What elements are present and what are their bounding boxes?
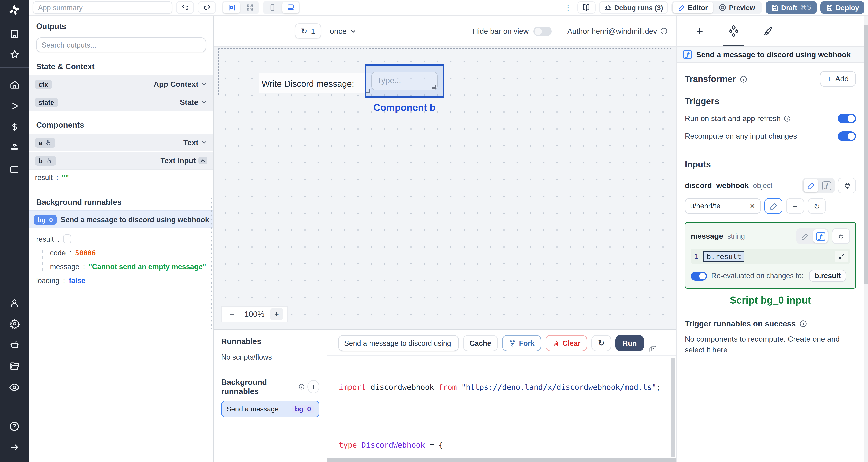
add-background-runnable-button[interactable]: + [308, 380, 319, 393]
debug-runs-button[interactable]: Debug runs (3) [599, 1, 668, 14]
output-row-state[interactable]: state State [29, 93, 213, 111]
tab-component-settings[interactable] [717, 16, 750, 46]
discord-webhook-field: discord_webhook object ƒ [685, 178, 856, 193]
editor-tab[interactable]: Editor [673, 2, 713, 13]
eval-mode-button[interactable]: ƒ [813, 230, 828, 243]
connect-plug-button[interactable] [832, 228, 850, 244]
recompute-toggle[interactable] [838, 131, 856, 141]
run-on-start-toggle[interactable] [838, 114, 856, 124]
component-row-a[interactable]: a Text [29, 133, 213, 151]
clear-resource-icon[interactable]: ✕ [750, 203, 755, 209]
redo-button[interactable] [198, 1, 216, 14]
tab-add-component[interactable]: + [683, 16, 717, 46]
favorites-star-icon[interactable] [0, 47, 29, 62]
reeval-target[interactable]: b.result [809, 270, 846, 282]
resource-input[interactable]: u/henri/te... ✕ [685, 198, 761, 214]
workspace-icon[interactable] [0, 26, 29, 41]
settings-gear-icon[interactable] [0, 316, 29, 331]
add-resource-button[interactable]: + [786, 198, 804, 214]
app-canvas[interactable]: Write Discord message: Type... Component… [214, 46, 676, 329]
static-edit-mode-button[interactable] [798, 230, 812, 243]
draft-button[interactable]: Draft ⌘S [765, 1, 816, 14]
connect-plug-button[interactable] [838, 178, 856, 193]
bg0-loading-value: false [69, 276, 85, 285]
bg0-name: Send a message to discord using webhook [61, 216, 209, 224]
search-outputs-input[interactable]: Search outputs... [36, 37, 206, 53]
user-icon[interactable] [0, 295, 29, 310]
text-input-component[interactable]: Type... [371, 72, 438, 90]
component-row-b[interactable]: b Text Input [29, 151, 213, 169]
expression-editor[interactable]: 1 b.result [691, 249, 850, 264]
copy-code-icon[interactable] [649, 345, 657, 353]
refresh-count-button[interactable]: ↻ 1 [295, 24, 321, 38]
bg0-code-value: 50006 [75, 249, 96, 257]
schedule-dropdown[interactable]: once [330, 27, 357, 36]
bg0-card-badge: bg_0 [292, 405, 314, 413]
audit-eye-icon[interactable] [0, 380, 29, 395]
code-editor[interactable]: import discordwebhook from "https://deno… [327, 356, 676, 462]
schedules-icon[interactable] [0, 161, 29, 176]
deploy-button[interactable]: Deploy [820, 1, 864, 14]
panel-resize-handle[interactable] [211, 196, 213, 329]
code-line [339, 411, 676, 421]
grid-container[interactable]: Write Discord message: [218, 48, 672, 95]
resize-handle[interactable] [432, 85, 436, 89]
bg0-runnable-row[interactable]: bg_0 Send a message to discord using web… [29, 210, 213, 228]
line-number: 1 [694, 252, 699, 261]
trigger-recompute-row: Recompute on any input changes [685, 131, 856, 141]
zoom-in-button[interactable]: + [270, 308, 283, 321]
edit-resource-button[interactable] [764, 198, 782, 214]
hide-bar-toggle[interactable] [533, 26, 552, 36]
resources-icon[interactable] [0, 140, 29, 156]
eval-mode-button[interactable]: ƒ [819, 179, 834, 192]
static-edit-mode-button[interactable] [804, 179, 818, 192]
resource-value: u/henri/te... [690, 202, 726, 210]
clear-label: Clear [562, 339, 581, 348]
home-icon[interactable] [0, 77, 29, 92]
run-button[interactable]: Run [615, 335, 644, 351]
docs-book-button[interactable] [578, 1, 595, 14]
expand-editor-icon[interactable] [835, 251, 848, 262]
center-align-button[interactable] [223, 2, 240, 13]
app-summary-input[interactable]: App summary [33, 1, 173, 14]
result-key: result [35, 173, 53, 182]
script-name-input[interactable]: Send a message to discord using [338, 335, 459, 351]
code-horizontal-scrollbar[interactable] [327, 458, 676, 462]
b-result-row[interactable]: result:"" [29, 169, 213, 186]
refresh-script-button[interactable]: ↻ [591, 335, 611, 351]
bg0-runnable-card[interactable]: Send a message... bg_0 [221, 401, 319, 418]
folders-icon[interactable] [0, 358, 29, 373]
preview-tab[interactable]: Preview [713, 2, 761, 13]
runnables-title: Runnables [221, 337, 319, 346]
reeval-toggle[interactable] [691, 271, 707, 280]
canvas-toolbar: ↻ 1 once Hide bar on view Author henri@w… [214, 16, 676, 46]
ctx-badge: ctx [35, 79, 52, 89]
collapse-arrow-icon[interactable] [0, 440, 29, 455]
tab-styling[interactable] [750, 16, 784, 46]
clear-button[interactable]: Clear [546, 335, 587, 351]
collapse-toggle[interactable]: - [63, 234, 71, 243]
fork-button[interactable]: Fork [502, 335, 541, 351]
undo-button[interactable] [176, 1, 194, 14]
windmill-logo-icon[interactable] [8, 4, 21, 17]
runs-icon[interactable] [0, 98, 29, 113]
desktop-view-button[interactable] [282, 2, 299, 13]
editor-tab-label: Editor [688, 4, 708, 11]
mobile-view-button[interactable] [264, 2, 281, 13]
workers-robot-icon[interactable] [0, 337, 29, 352]
code-vertical-scrollbar[interactable] [671, 358, 675, 457]
variables-icon[interactable] [0, 119, 29, 134]
output-row-ctx[interactable]: ctx App Context [29, 75, 213, 93]
page-scrollbar[interactable] [864, 16, 868, 462]
info-icon [298, 383, 305, 390]
refresh-resource-button[interactable]: ↻ [808, 198, 826, 214]
help-icon[interactable] [0, 419, 29, 434]
cache-button[interactable]: Cache [463, 335, 498, 351]
zoom-out-button[interactable]: − [225, 308, 239, 321]
selected-component-b[interactable]: Type... [365, 64, 444, 98]
fullscreen-button[interactable] [241, 2, 258, 13]
bg0-result-row[interactable]: result: - [36, 234, 206, 243]
add-transformer-button[interactable]: +Add [819, 71, 856, 87]
more-options-kebab[interactable]: ⋮ [562, 4, 574, 11]
text-component-a[interactable]: Write Discord message: [259, 73, 371, 93]
